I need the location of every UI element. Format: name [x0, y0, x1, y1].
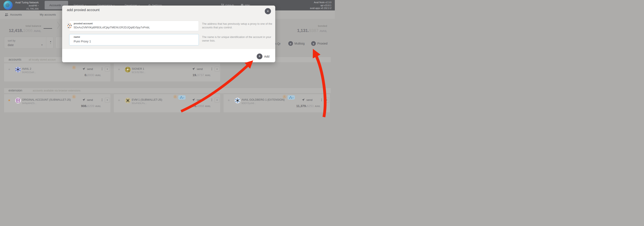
account-balance: 11,379.6251 AVAIL: [296, 104, 320, 108]
send-button[interactable]: send: [192, 67, 203, 71]
send-label: send: [87, 67, 93, 71]
account-identicon[interactable]: [15, 98, 21, 103]
account-card-signer-1: ★ SIGNER 1 5CS7E7BV... send ⋮ ▼ 19.3737 …: [114, 63, 220, 81]
network-info[interactable]: Avail Turing Network avail/46 ▾ #1,795,3…: [13, 1, 39, 10]
account-balance: 70.4868 AVAIL: [192, 104, 211, 108]
send-button[interactable]: send: [82, 67, 93, 71]
extension-section-title: extension: [8, 88, 22, 92]
star-icon[interactable]: ★: [8, 98, 11, 102]
star-icon[interactable]: ★: [8, 68, 11, 71]
chevron-down-icon[interactable]: ▼: [214, 98, 220, 103]
sort-by-value: date: [8, 43, 14, 47]
paper-plane-icon: [82, 98, 86, 101]
total-balance-value: 12,418.1066 AVAIL: [4, 28, 41, 33]
add-button[interactable]: + Add: [257, 53, 270, 59]
warning-triangle-icon[interactable]: ⚠: [282, 95, 286, 99]
tab-my-accounts[interactable]: My accounts: [40, 10, 56, 19]
add-multisig-button[interactable]: + Multisig: [288, 41, 304, 46]
sort-by-dropdown[interactable]: sort by date ▼ ▲ ▼: [4, 37, 54, 49]
account-address[interactable]: 5GRD22aR...: [22, 71, 36, 74]
kebab-menu-icon[interactable]: ⋮: [320, 98, 323, 101]
api-version: api v15.8.1: [310, 4, 332, 7]
account-balance: 19.3737 AVAIL: [192, 73, 211, 77]
modal-title: add proxied account: [67, 8, 100, 12]
add-button-label: Add: [264, 55, 270, 58]
apps-version: avail-apps v0.152.2-2: [310, 7, 332, 10]
proxied-account-field-label: proxied account: [74, 22, 93, 25]
account-balance: 908.6209 AVAIL: [81, 104, 101, 108]
account-name: AVAIL 2: [22, 67, 32, 70]
breadcrumb-accounts[interactable]: Accounts: [5, 10, 22, 19]
account-identicon[interactable]: [125, 98, 131, 103]
active-tab-indicator: [44, 28, 52, 29]
sitemap-icon: [180, 96, 183, 99]
name-field-label: name: [74, 36, 80, 38]
account-name: AVAIL GOLDBERG 1 (EXTENSION): [242, 98, 285, 101]
account-name: EVM 1 (SUBWALLET-JS): [132, 98, 162, 101]
account-name: ORIGINAL ACCOUNT (SUBWALLET-JS): [22, 98, 71, 101]
account-card-avail-2: ★ AVAIL 2 5GRD22aR... ⚠ send ⋮ ▼ 0.0000 …: [4, 63, 110, 81]
accounts-section-title: accounts: [8, 58, 21, 61]
account-address[interactable]: 5CS7E7BV...: [132, 71, 146, 74]
account-address[interactable]: 5GvF6GLPu...: [132, 102, 147, 104]
chevron-down-icon[interactable]: ▼: [105, 67, 110, 72]
account-identicon: [66, 23, 72, 28]
send-label: send: [306, 98, 312, 101]
kebab-menu-icon[interactable]: ⋮: [210, 67, 213, 71]
star-icon[interactable]: ★: [228, 98, 230, 102]
proxy-link-icon[interactable]: ›: [178, 95, 186, 100]
bonded-value: 1,131.9387 AVAIL: [280, 28, 327, 33]
people-icon: [5, 13, 8, 16]
chain-spec: avail/46 ▾: [13, 4, 39, 7]
account-identicon[interactable]: [15, 67, 21, 72]
chevron-right-icon: ›: [183, 96, 184, 99]
paper-plane-icon: [192, 67, 195, 71]
sitemap-icon: [289, 96, 292, 99]
send-button[interactable]: send: [82, 98, 93, 101]
breadcrumb-accounts-label: Accounts: [10, 13, 22, 16]
avail-logo-icon[interactable]: [4, 1, 12, 10]
network-name: Avail Turing Network: [13, 1, 39, 4]
star-icon[interactable]: ★: [118, 68, 120, 71]
account-card-original-account: ★ ORIGINAL ACCOUNT (SUBWALLET-JS) 5HNpW4…: [4, 94, 110, 112]
extension-section-subtitle: accounts available via browser extension…: [33, 89, 80, 92]
modal-footer: [62, 49, 275, 62]
proxied-account-field[interactable]: proxied account 5DvAx2VMYiKpBRB3LsfCjkpT…: [69, 21, 199, 31]
kebab-menu-icon[interactable]: ⋮: [100, 98, 104, 101]
close-icon[interactable]: ✕: [265, 8, 271, 14]
send-label: send: [87, 98, 93, 101]
account-identicon[interactable]: [235, 98, 240, 103]
account-identicon[interactable]: [125, 67, 131, 72]
warning-triangle-icon[interactable]: ⚠: [72, 95, 76, 99]
node-version: Avail Node v2.3.0: [310, 1, 332, 4]
chevron-down-icon[interactable]: ▼: [214, 67, 220, 72]
proxied-label: Proxied: [317, 42, 327, 45]
bonded-summary: bonded 1,131.9387 AVAIL: [280, 24, 327, 33]
kebab-menu-icon[interactable]: ⋮: [100, 67, 104, 71]
name-field[interactable]: name Pure Proxy 1: [69, 34, 199, 45]
warning-triangle-icon[interactable]: ⚠: [173, 95, 177, 99]
send-label: send: [197, 98, 203, 101]
kebab-menu-icon[interactable]: ⋮: [210, 98, 213, 101]
add-proxied-button[interactable]: + Proxied: [311, 41, 327, 46]
send-button[interactable]: send: [192, 98, 203, 101]
send-button[interactable]: send: [302, 98, 312, 101]
name-help-text: The name is for unique identification of…: [202, 35, 274, 43]
warning-triangle-icon[interactable]: ⚠: [72, 65, 76, 69]
chevron-down-icon[interactable]: ▼: [105, 98, 110, 103]
accounts-section-subtitle: all locally stored accoun: [28, 58, 56, 61]
proxied-account-field-value: 5DvAx2VMYiKpBRB3LsfCjkpTMENU2R2DJQqitEr5…: [74, 26, 150, 29]
nav-accounts-label: Accounts: [49, 4, 61, 7]
account-address[interactable]: 5DDY2yzh8...: [242, 102, 256, 104]
multisig-label: Multisig: [294, 42, 304, 45]
account-balance: 0.0000 AVAIL: [84, 73, 101, 77]
paper-plane-icon: [82, 67, 86, 71]
proxied-account-help-text: The address that has previously setup a …: [202, 22, 274, 29]
star-icon[interactable]: ★: [118, 98, 120, 102]
account-address[interactable]: 5HNpW4ZS...: [22, 102, 36, 104]
proxy-link-icon[interactable]: ›: [288, 95, 295, 100]
sort-direction-toggle[interactable]: ▲ ▼: [48, 40, 53, 44]
plus-icon: +: [311, 41, 316, 46]
chevron-down-icon[interactable]: ▼: [324, 98, 329, 103]
version-info: Avail Node v2.3.0 api v15.8.1 avail-apps…: [310, 1, 332, 10]
